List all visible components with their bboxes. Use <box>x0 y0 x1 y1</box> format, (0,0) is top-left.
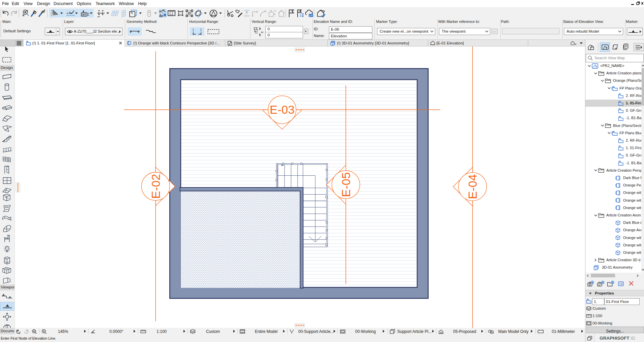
svg-text:XY: XY <box>82 13 86 16</box>
svg-text:∞: ∞ <box>261 30 263 34</box>
svg-text:E-03: E-03 <box>270 103 295 116</box>
svg-text:E-02: E-02 <box>149 174 162 199</box>
svg-text:E-04: E-04 <box>466 174 479 199</box>
svg-text:1 2: 1 2 <box>169 13 173 16</box>
svg-text:E-05: E-05 <box>339 172 352 197</box>
